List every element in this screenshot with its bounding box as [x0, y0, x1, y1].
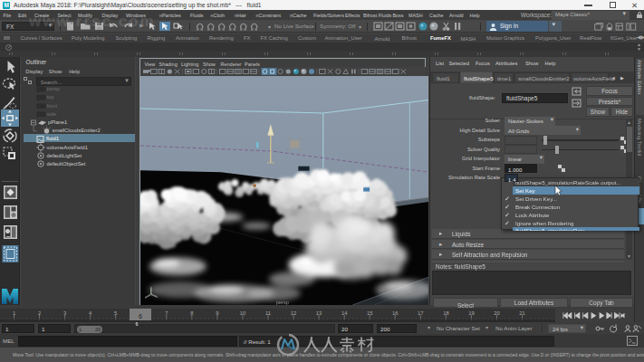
svg-text:5: 5: [114, 310, 117, 316]
svg-text:2: 2: [38, 310, 41, 316]
svg-text:13: 13: [316, 310, 322, 316]
svg-text:19: 19: [468, 310, 474, 316]
svg-text:11: 11: [265, 310, 271, 316]
svg-text:14: 14: [341, 310, 348, 316]
svg-text:21: 21: [519, 310, 524, 316]
svg-text:8: 8: [190, 310, 193, 316]
svg-text:10: 10: [240, 310, 245, 316]
svg-text:16: 16: [392, 310, 398, 316]
svg-text:6: 6: [139, 313, 142, 319]
svg-text:20: 20: [494, 310, 499, 316]
svg-text:7: 7: [165, 310, 168, 316]
svg-text:3: 3: [63, 310, 66, 316]
svg-text:18: 18: [443, 310, 448, 316]
svg-text:12: 12: [291, 310, 296, 316]
svg-text:1: 1: [13, 310, 15, 316]
svg-text:9: 9: [216, 310, 218, 316]
svg-text:15: 15: [367, 310, 372, 316]
svg-text:17: 17: [418, 310, 423, 316]
